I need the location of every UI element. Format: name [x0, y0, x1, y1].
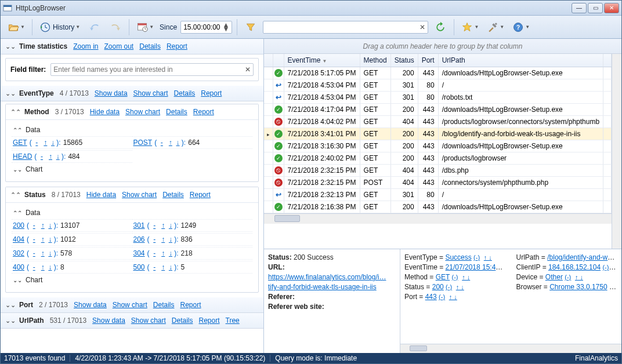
op-down[interactable]: ↓	[169, 263, 172, 271]
op-down[interactable]: ↓	[169, 249, 172, 257]
spinner-buttons[interactable]: ▲▼	[223, 23, 230, 31]
op-down[interactable]: ↓	[48, 235, 52, 243]
op-down[interactable]: ↓	[48, 249, 52, 257]
table-row[interactable]: 7/21/2018 5:17:05 PMGET200443/downloads/…	[264, 67, 612, 79]
op-arrows[interactable]: ↑ ↓	[575, 274, 583, 281]
op-minus[interactable]: -	[153, 249, 156, 257]
table-row[interactable]: 7/21/2018 4:04:02 PMGET404443/products/l…	[264, 115, 612, 128]
row-selector[interactable]	[264, 164, 273, 176]
row-selector[interactable]	[264, 140, 273, 152]
op-down[interactable]: ↓	[169, 235, 172, 243]
show-chart-link[interactable]: Show chart	[131, 316, 166, 325]
detail-value-link[interactable]: GET	[436, 273, 450, 281]
facet-value[interactable]: 302 ( - ↑ ↓ ): 578	[12, 247, 132, 260]
log-grid[interactable]: EventTime▼MethodStatusPortUrlPath 7/21/2…	[264, 54, 612, 249]
collapse-icon[interactable]: ⌄⌄	[5, 317, 13, 325]
column-header[interactable]: EventTime▼	[284, 54, 360, 67]
history-button[interactable]: History ▼	[37, 19, 82, 36]
details-link[interactable]: Details	[153, 301, 175, 309]
field-filter-input[interactable]	[53, 65, 245, 74]
op-arrows[interactable]: ↑ ↓	[462, 274, 470, 281]
facet-label[interactable]: 500	[133, 263, 145, 271]
report-link[interactable]: Report	[193, 108, 214, 116]
detail-value-link[interactable]: Chrome 33.0.1750	[549, 283, 607, 291]
zoom-in-link[interactable]: Zoom in	[73, 42, 98, 50]
row-selector[interactable]	[264, 103, 273, 115]
facet-value[interactable]: 301 ( - ↑ ↓ ): 1249	[132, 219, 253, 232]
op-up[interactable]: ↑	[169, 139, 172, 147]
facet-value[interactable]: 200 ( - ↑ ↓ ): 13107	[12, 219, 132, 232]
row-selector[interactable]	[264, 176, 273, 188]
facet-value[interactable]: 400 ( - ↑ ↓ ): 8	[12, 261, 132, 274]
op-minus[interactable]: (-)	[452, 274, 458, 281]
chart-subheader[interactable]: ⌄⌄Chart	[13, 276, 252, 284]
collapse-icon[interactable]: ⌄⌄	[5, 301, 13, 309]
details-link[interactable]: Details	[162, 191, 184, 199]
table-row[interactable]: 7/21/2018 3:16:30 PMGET200443/downloads/…	[264, 140, 612, 152]
panel-eventtype[interactable]: ⌄⌄ EventType 4 / 17013 Show data Show ch…	[1, 86, 263, 101]
op-up[interactable]: ↑	[161, 249, 165, 257]
column-header[interactable]: Status	[390, 54, 418, 67]
op-up[interactable]: ↑	[161, 221, 165, 230]
op-minus[interactable]: -	[33, 235, 35, 243]
table-row[interactable]: 7/21/2018 4:17:04 PMGET200443/downloads/…	[264, 103, 612, 115]
row-selector[interactable]	[264, 91, 273, 103]
tree-link[interactable]: Tree	[226, 316, 240, 325]
op-minus[interactable]: -	[41, 152, 43, 161]
op-minus[interactable]: (-)	[446, 283, 452, 290]
time-filter-button[interactable]: ▼	[134, 19, 156, 36]
clear-input-icon[interactable]: ✕	[245, 65, 251, 74]
facet-label[interactable]: HEAD	[13, 152, 32, 161]
tools-button[interactable]: ▼	[484, 19, 507, 36]
facet-value[interactable]: 500 ( - ↑ ↓ ): 5	[132, 261, 253, 274]
zoom-out-link[interactable]: Zoom out	[104, 42, 134, 50]
op-up[interactable]: ↑	[41, 235, 45, 243]
op-up[interactable]: ↑	[161, 235, 165, 243]
op-arrows[interactable]: ↑ ↓	[484, 254, 492, 261]
detail-value-link[interactable]: Other	[545, 273, 563, 281]
row-selector[interactable]	[264, 67, 273, 79]
detail-value-link[interactable]: 184.168.152.104	[548, 263, 601, 271]
details-link[interactable]: Details	[172, 316, 193, 325]
facet-value[interactable]: 206 ( - ↑ ↓ ): 836	[132, 233, 253, 246]
row-selector[interactable]	[264, 79, 273, 91]
panel-urlpath[interactable]: ⌄⌄ UrlPath 531 / 17013 Show data Show ch…	[1, 313, 263, 328]
facet-label[interactable]: POST	[133, 139, 153, 147]
filter-funnel-button[interactable]	[242, 19, 259, 36]
facet-label[interactable]: 404	[13, 235, 24, 243]
detail-value-link[interactable]: /blog/identify-and-weak-tls-usage-in-iis	[547, 253, 617, 261]
search-box[interactable]: ✕	[263, 21, 428, 34]
op-minus[interactable]: -	[33, 249, 35, 257]
op-down[interactable]: ↓	[56, 152, 60, 161]
panel-port[interactable]: ⌄⌄ Port 2 / 17013 Show data Show chart D…	[1, 297, 263, 312]
op-up[interactable]: ↑	[41, 249, 45, 257]
row-selector[interactable]	[264, 188, 273, 201]
op-up[interactable]: ↑	[161, 263, 165, 271]
redo-button[interactable]	[107, 19, 124, 36]
report-link[interactable]: Report	[201, 89, 222, 97]
details-link[interactable]: Details	[139, 42, 161, 50]
report-link[interactable]: Report	[199, 316, 220, 325]
op-minus[interactable]: (-)	[565, 274, 571, 281]
details-link[interactable]: Details	[174, 89, 196, 97]
undo-button[interactable]	[86, 19, 103, 36]
data-subheader[interactable]: ⌃⌃Data	[13, 209, 252, 217]
grid-vertical-scrollbar[interactable]	[612, 54, 621, 249]
minimize-button[interactable]: —	[572, 3, 587, 13]
row-selector[interactable]	[264, 115, 273, 128]
table-row[interactable]: 7/21/2018 2:40:02 PMGET200443/products/l…	[264, 152, 612, 164]
refresh-button[interactable]	[432, 19, 449, 36]
facet-label[interactable]: 301	[133, 221, 145, 230]
detail-value-link[interactable]: 443	[425, 293, 437, 301]
detail-value-link[interactable]: 200	[432, 283, 444, 291]
op-minus[interactable]: -	[153, 235, 156, 243]
row-selector[interactable]	[264, 201, 273, 213]
op-minus[interactable]: -	[153, 263, 156, 271]
facet-label[interactable]: 200	[13, 221, 24, 230]
report-link[interactable]: Report	[190, 191, 211, 199]
facet-label[interactable]: GET	[13, 139, 27, 147]
row-selector[interactable]	[264, 128, 273, 140]
facet-label[interactable]: 304	[133, 249, 145, 257]
row-selector[interactable]	[264, 152, 273, 164]
collapse-icon[interactable]: ⌄⌄	[5, 43, 13, 50]
